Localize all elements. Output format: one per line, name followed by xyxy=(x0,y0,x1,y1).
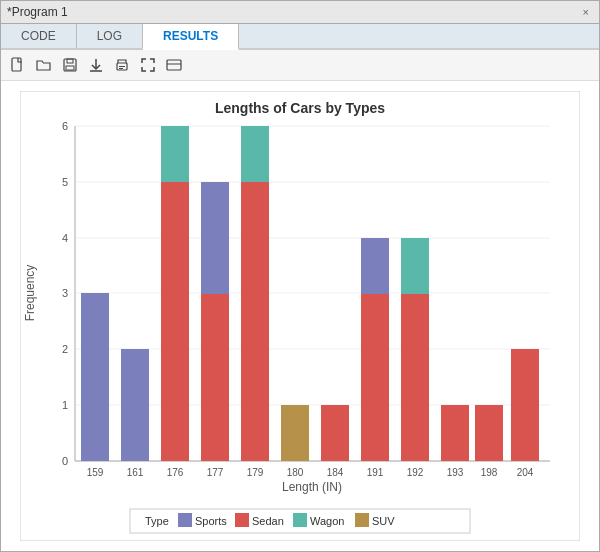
legend-wagon-label: Wagon xyxy=(310,515,344,527)
chart-title: Lengths of Cars by Types xyxy=(215,100,385,116)
svg-rect-7 xyxy=(119,66,125,67)
svg-text:161: 161 xyxy=(127,467,144,478)
bar-176-wagon xyxy=(161,126,189,182)
svg-text:177: 177 xyxy=(207,467,224,478)
svg-text:5: 5 xyxy=(62,176,68,188)
svg-text:192: 192 xyxy=(407,467,424,478)
main-window: *Program 1 × CODE LOG RESULTS xyxy=(0,0,600,552)
bar-161-sports xyxy=(121,349,149,461)
svg-text:184: 184 xyxy=(327,467,344,478)
bar-184-sedan xyxy=(321,405,349,461)
legend-sedan-swatch xyxy=(235,513,249,527)
chart-svg: Lengths of Cars by Types xyxy=(20,91,580,541)
bar-177-sedan xyxy=(201,293,229,461)
bar-179-sedan xyxy=(241,182,269,461)
download-button[interactable] xyxy=(85,54,107,76)
tab-code[interactable]: CODE xyxy=(1,24,77,49)
legend-type-label: Type xyxy=(145,515,169,527)
svg-text:6: 6 xyxy=(62,120,68,132)
tab-bar: CODE LOG RESULTS xyxy=(1,24,599,51)
new-button[interactable] xyxy=(7,54,29,76)
svg-text:204: 204 xyxy=(517,467,534,478)
open-button[interactable] xyxy=(33,54,55,76)
svg-text:2: 2 xyxy=(62,343,68,355)
toolbar xyxy=(1,50,599,81)
svg-text:159: 159 xyxy=(87,467,104,478)
chart-area: Lengths of Cars by Types xyxy=(1,81,599,551)
bar-191-sports xyxy=(361,238,389,294)
svg-text:198: 198 xyxy=(481,467,498,478)
svg-text:176: 176 xyxy=(167,467,184,478)
legend-wagon-swatch xyxy=(293,513,307,527)
svg-text:Frequency: Frequency xyxy=(23,265,37,322)
print-button[interactable] xyxy=(111,54,133,76)
expand-button[interactable] xyxy=(137,54,159,76)
bar-176-sedan xyxy=(161,182,189,461)
chart-container: Lengths of Cars by Types xyxy=(20,91,580,541)
bar-198-sedan xyxy=(475,405,503,461)
title-bar: *Program 1 × xyxy=(1,1,599,24)
svg-text:193: 193 xyxy=(447,467,464,478)
bar-159-sports xyxy=(81,293,109,461)
svg-text:191: 191 xyxy=(367,467,384,478)
close-button[interactable]: × xyxy=(579,6,593,18)
legend-sedan-label: Sedan xyxy=(252,515,284,527)
svg-text:180: 180 xyxy=(287,467,304,478)
bar-179-wagon xyxy=(241,126,269,182)
svg-rect-8 xyxy=(119,68,123,69)
tab-results[interactable]: RESULTS xyxy=(143,24,239,51)
svg-text:3: 3 xyxy=(62,287,68,299)
bar-177-sports xyxy=(201,182,229,294)
legend-suv-swatch xyxy=(355,513,369,527)
svg-rect-0 xyxy=(12,58,21,71)
x-axis-label: Length (IN) xyxy=(282,480,342,494)
legend-suv-label: SUV xyxy=(372,515,395,527)
svg-text:179: 179 xyxy=(247,467,264,478)
svg-rect-9 xyxy=(167,60,181,70)
legend-sports-swatch xyxy=(178,513,192,527)
fullscreen-button[interactable] xyxy=(163,54,185,76)
svg-text:1: 1 xyxy=(62,399,68,411)
tab-log[interactable]: LOG xyxy=(77,24,143,49)
svg-text:0: 0 xyxy=(62,455,68,467)
legend-sports-label: Sports xyxy=(195,515,227,527)
bar-192-wagon xyxy=(401,238,429,294)
bar-204-sedan xyxy=(511,349,539,461)
bar-192-sedan xyxy=(401,293,429,461)
save-button[interactable] xyxy=(59,54,81,76)
bar-180-suv xyxy=(281,405,309,461)
bar-191-sedan xyxy=(361,293,389,461)
svg-rect-3 xyxy=(66,66,74,70)
window-title: *Program 1 xyxy=(7,5,579,19)
svg-text:4: 4 xyxy=(62,232,68,244)
bar-193-sedan xyxy=(441,405,469,461)
